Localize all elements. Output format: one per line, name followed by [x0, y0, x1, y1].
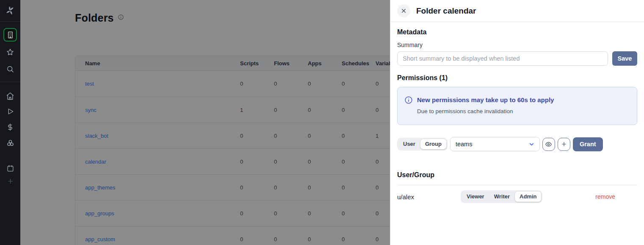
grant-row: UserGroup teams Grant: [397, 137, 637, 151]
sidebar-item-search[interactable]: [4, 63, 16, 75]
role-toggle: ViewerWriterAdmin: [461, 190, 542, 203]
summary-input[interactable]: [397, 51, 608, 66]
drawer-title: Folder calendar: [416, 6, 476, 16]
folder-drawer: Folder calendar Metadata Summary Save Pe…: [390, 0, 644, 245]
drawer-body: Metadata Summary Save Permissions (1) Ne…: [390, 28, 644, 208]
chevron-down-icon: [528, 141, 535, 148]
alert-title: New permissions may take up to 60s to ap…: [417, 96, 554, 103]
sidebar-item-add[interactable]: [4, 175, 16, 187]
summary-label: Summary: [397, 42, 637, 48]
add-group-button[interactable]: [558, 138, 570, 151]
sidebar-item-resources[interactable]: [4, 137, 16, 149]
runs-play-icon: [6, 107, 14, 116]
permissions-heading: Permissions (1): [397, 74, 637, 82]
sidebar: [0, 0, 20, 245]
home-icon: [6, 92, 14, 100]
sidebar-divider: [0, 21, 20, 22]
owner-kind-toggle: UserGroup: [397, 138, 448, 151]
sidebar-item-favorites[interactable]: [4, 46, 16, 58]
sidebar-divider: [0, 82, 20, 82]
role-viewer-option[interactable]: Viewer: [462, 192, 489, 202]
sidebar-item-folders[interactable]: [3, 28, 17, 42]
member-name: u/alex: [397, 193, 461, 200]
role-writer-option[interactable]: Writer: [489, 192, 514, 202]
sidebar-item-home[interactable]: [4, 90, 16, 102]
grant-button[interactable]: Grant: [573, 137, 603, 151]
favorites-star-icon: [6, 48, 14, 56]
sidebar-item-variables[interactable]: [4, 121, 16, 133]
schedules-calendar-icon: [6, 164, 14, 173]
members-heading: User/Group: [397, 171, 637, 179]
plus-icon: [561, 141, 567, 148]
group-select[interactable]: teams: [450, 137, 540, 151]
sidebar-item-schedules[interactable]: [4, 162, 16, 174]
add-plus-icon: [7, 178, 14, 185]
role-admin-option[interactable]: Admin: [515, 192, 541, 202]
resources-circles-icon: [6, 139, 15, 148]
eye-icon: [545, 141, 552, 148]
drawer-header: Folder calendar: [390, 0, 644, 22]
metadata-heading: Metadata: [397, 28, 637, 36]
member-row: u/alexViewerWriterAdminremove: [397, 185, 637, 208]
owner-kind-group-option[interactable]: Group: [420, 139, 446, 150]
summary-row: Save: [397, 51, 637, 66]
close-drawer-button[interactable]: [397, 4, 410, 17]
alert-subtitle: Due to permissions cache invalidation: [417, 108, 630, 114]
members-list: u/alexViewerWriterAdminremove: [397, 185, 637, 208]
sidebar-item-runs[interactable]: [4, 106, 16, 117]
owner-kind-user-option[interactable]: User: [398, 139, 420, 150]
folders-building-icon: [6, 31, 14, 39]
alert-title-row: New permissions may take up to 60s to ap…: [404, 96, 630, 104]
windmill-logo-icon: [5, 6, 15, 16]
close-icon: [401, 8, 407, 14]
view-group-button[interactable]: [542, 138, 555, 151]
group-select-value: teams: [456, 141, 473, 148]
windmill-logo[interactable]: [4, 5, 16, 17]
search-icon: [6, 65, 14, 73]
save-button[interactable]: Save: [612, 51, 637, 66]
variables-dollar-icon: [6, 123, 14, 131]
permissions-info-alert: New permissions may take up to 60s to ap…: [397, 87, 637, 125]
remove-member-link[interactable]: remove: [595, 193, 615, 200]
info-circle-icon: [404, 96, 413, 104]
drawer-backdrop[interactable]: [20, 0, 390, 245]
